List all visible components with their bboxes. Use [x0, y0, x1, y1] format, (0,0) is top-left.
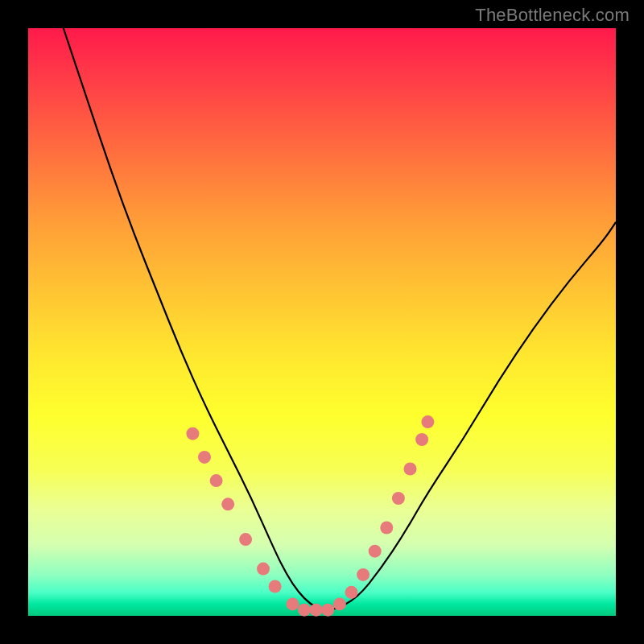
marker-dot	[298, 604, 311, 617]
marker-dot	[369, 545, 382, 558]
marker-dot	[333, 597, 346, 610]
marker-dot	[310, 604, 323, 617]
marker-dot	[404, 463, 417, 476]
bottleneck-curve	[64, 28, 616, 610]
marker-dot	[345, 586, 358, 599]
curve-svg	[28, 28, 616, 616]
marker-dot	[287, 597, 299, 610]
plot-area	[28, 28, 616, 616]
marker-dot	[198, 451, 211, 464]
marker-dot	[257, 563, 270, 576]
marker-dot	[186, 427, 199, 440]
marker-dot	[415, 433, 428, 446]
marker-dot	[269, 580, 282, 593]
marker-dot	[392, 492, 405, 505]
marker-dot	[239, 533, 252, 546]
watermark-text: TheBottleneck.com	[475, 5, 630, 26]
marker-dot	[221, 497, 234, 510]
curve-markers	[186, 415, 434, 617]
chart-frame: TheBottleneck.com	[0, 0, 644, 644]
marker-dot	[357, 568, 369, 581]
marker-dot	[321, 604, 334, 617]
marker-dot	[421, 415, 434, 428]
marker-dot	[210, 474, 223, 487]
marker-dot	[380, 522, 393, 535]
